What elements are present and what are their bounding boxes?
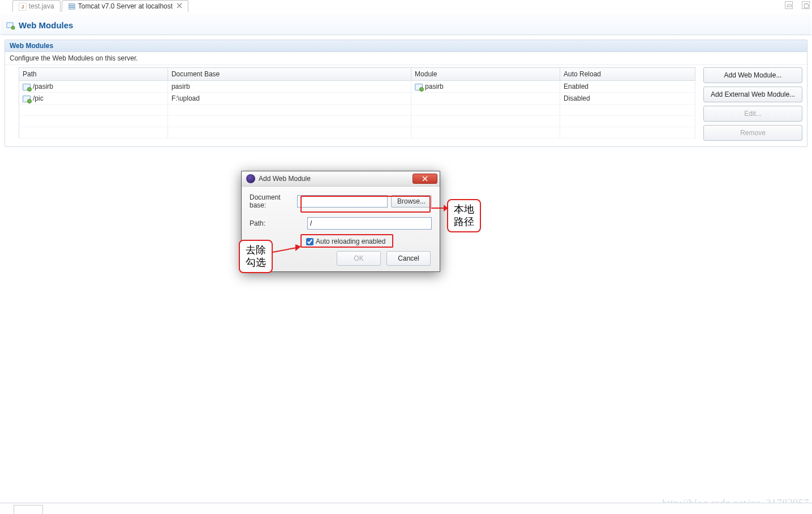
- add-external-web-module-button[interactable]: Add External Web Module...: [703, 87, 802, 102]
- cell-path: /pic: [33, 94, 44, 102]
- bottom-tab-area: [0, 503, 812, 514]
- svg-point-6: [11, 26, 15, 29]
- page-header: Web Modules: [1, 14, 811, 35]
- java-file-icon: [19, 2, 27, 10]
- table-row-empty: [19, 105, 695, 116]
- cell-module: [411, 93, 560, 105]
- tab-label: test.java: [29, 2, 54, 10]
- dialog-close-button[interactable]: [413, 174, 437, 184]
- web-modules-section: Web Modules Configure the Web Modules on…: [5, 40, 807, 147]
- section-title: Web Modules: [5, 40, 807, 52]
- svg-rect-2: [68, 8, 75, 10]
- server-icon: [68, 2, 76, 10]
- web-modules-table[interactable]: Path Document Base Module Auto Reload /p…: [19, 67, 695, 139]
- add-web-module-button[interactable]: Add Web Module...: [703, 67, 802, 83]
- page-title: Web Modules: [19, 20, 73, 30]
- browse-button[interactable]: Browse...: [391, 195, 432, 208]
- close-icon[interactable]: [177, 2, 182, 10]
- table-row-empty: [19, 116, 695, 127]
- document-base-input[interactable]: [297, 195, 388, 208]
- cell-path: /pasirb: [33, 83, 53, 90]
- action-buttons: Add Web Module... Add External Web Modul…: [703, 67, 802, 141]
- cell-docbase: F:\upload: [167, 93, 411, 105]
- eclipse-icon: [246, 174, 255, 183]
- maximize-view-icon[interactable]: ▢: [802, 1, 810, 9]
- tab-test-java[interactable]: test.java: [12, 0, 61, 12]
- cell-reload: Enabled: [560, 81, 695, 93]
- callout-local-path: 本地 路径: [447, 199, 481, 232]
- edit-button[interactable]: Edit...: [703, 106, 802, 122]
- cancel-button[interactable]: Cancel: [386, 251, 431, 266]
- auto-reload-label: Auto reloading enabled: [316, 237, 385, 245]
- minimize-view-icon[interactable]: ▭: [785, 1, 793, 9]
- web-app-icon: [415, 84, 423, 90]
- auto-reload-checkbox[interactable]: [306, 238, 313, 245]
- document-base-label: Document base:: [250, 193, 294, 209]
- web-app-icon: [23, 84, 31, 90]
- col-docbase[interactable]: Document Base: [167, 68, 411, 81]
- web-app-icon: [23, 96, 31, 102]
- col-module[interactable]: Module: [411, 68, 560, 81]
- view-controls: ▭ ▢: [785, 1, 810, 9]
- svg-rect-1: [68, 6, 75, 7]
- tab-label: Tomcat v7.0 Server at localhost: [78, 2, 173, 10]
- table-row-empty: [19, 127, 695, 139]
- cell-module: pasirb: [425, 83, 444, 90]
- svg-rect-0: [68, 4, 75, 6]
- bottom-tab-stub[interactable]: [14, 505, 43, 514]
- path-input[interactable]: [307, 217, 432, 230]
- dialog-titlebar[interactable]: Add Web Module: [242, 171, 440, 187]
- cell-reload: Disabled: [560, 93, 695, 105]
- path-label: Path:: [250, 219, 304, 227]
- col-reload[interactable]: Auto Reload: [560, 68, 695, 81]
- web-module-icon: [6, 21, 15, 30]
- col-path[interactable]: Path: [19, 68, 168, 81]
- table-row[interactable]: /pic F:\upload Disabled: [19, 93, 695, 105]
- remove-button[interactable]: Remove: [703, 125, 802, 141]
- editor-tabs-bar: test.java Tomcat v7.0 Server at localhos…: [0, 0, 812, 12]
- tab-tomcat-server[interactable]: Tomcat v7.0 Server at localhost: [62, 0, 188, 12]
- section-subtitle: Configure the Web Modules on this server…: [5, 52, 807, 65]
- table-row[interactable]: /pasirb pasirb pasirb Enabled: [19, 81, 695, 93]
- cell-docbase: pasirb: [167, 81, 411, 93]
- callout-uncheck: 去除 勾选: [239, 240, 273, 273]
- dialog-title: Add Web Module: [259, 175, 311, 183]
- ok-button[interactable]: OK: [337, 251, 381, 266]
